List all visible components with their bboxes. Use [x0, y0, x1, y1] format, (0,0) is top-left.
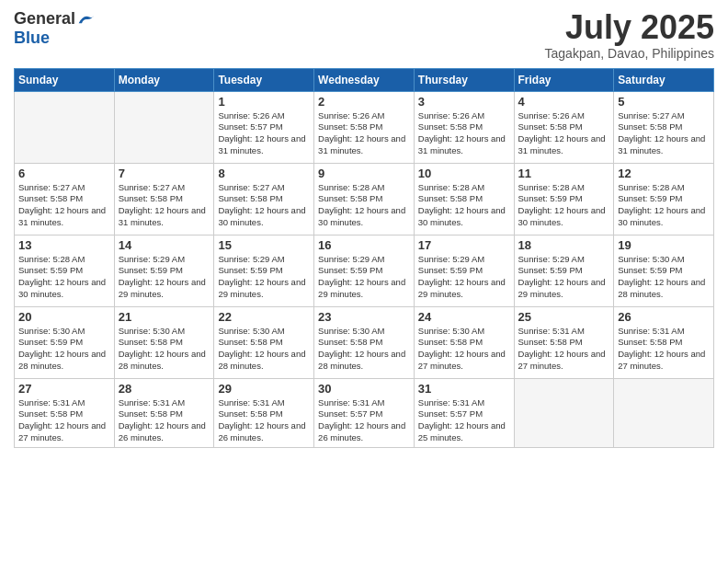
day-number: 4: [518, 95, 610, 109]
day-number: 14: [119, 238, 210, 252]
day-number: 15: [218, 238, 310, 252]
calendar-week-row: 6Sunrise: 5:27 AM Sunset: 5:58 PM Daylig…: [15, 163, 714, 235]
table-row: 4Sunrise: 5:26 AM Sunset: 5:58 PM Daylig…: [514, 91, 614, 163]
table-row: 13Sunrise: 5:28 AM Sunset: 5:59 PM Dayli…: [15, 235, 115, 306]
day-number: 28: [119, 382, 210, 396]
table-row: 17Sunrise: 5:29 AM Sunset: 5:59 PM Dayli…: [414, 235, 514, 306]
day-info: Sunrise: 5:27 AM Sunset: 5:58 PM Dayligh…: [119, 182, 210, 229]
day-info: Sunrise: 5:31 AM Sunset: 5:58 PM Dayligh…: [18, 397, 110, 444]
table-row: 18Sunrise: 5:29 AM Sunset: 5:59 PM Dayli…: [514, 235, 614, 306]
day-info: Sunrise: 5:29 AM Sunset: 5:59 PM Dayligh…: [218, 254, 310, 301]
day-number: 6: [18, 167, 110, 180]
header-thursday: Thursday: [414, 68, 514, 91]
location: Tagakpan, Davao, Philippines: [545, 46, 714, 61]
day-number: 12: [618, 167, 710, 180]
table-row: 27Sunrise: 5:31 AM Sunset: 5:58 PM Dayli…: [15, 378, 115, 447]
day-number: 19: [618, 238, 710, 252]
day-number: 3: [418, 95, 510, 109]
day-info: Sunrise: 5:29 AM Sunset: 5:59 PM Dayligh…: [318, 254, 410, 301]
day-info: Sunrise: 5:28 AM Sunset: 5:59 PM Dayligh…: [18, 254, 110, 301]
day-number: 22: [218, 310, 310, 324]
table-row: 23Sunrise: 5:30 AM Sunset: 5:58 PM Dayli…: [314, 306, 415, 378]
month-title: July 2025: [545, 9, 714, 46]
logo: General Blue: [14, 9, 96, 48]
table-row: 2Sunrise: 5:26 AM Sunset: 5:58 PM Daylig…: [314, 91, 415, 163]
table-row: 22Sunrise: 5:30 AM Sunset: 5:58 PM Dayli…: [214, 306, 314, 378]
logo-general-text: General: [14, 9, 75, 29]
page: General Blue July 2025 Tagakpan, Davao, …: [0, 0, 728, 563]
day-number: 13: [18, 238, 110, 252]
table-row: 31Sunrise: 5:31 AM Sunset: 5:57 PM Dayli…: [414, 378, 514, 447]
table-row: 19Sunrise: 5:30 AM Sunset: 5:59 PM Dayli…: [614, 235, 714, 306]
header-friday: Friday: [514, 68, 614, 91]
calendar-week-row: 20Sunrise: 5:30 AM Sunset: 5:59 PM Dayli…: [15, 306, 714, 378]
table-row: 26Sunrise: 5:31 AM Sunset: 5:58 PM Dayli…: [614, 306, 714, 378]
day-info: Sunrise: 5:26 AM Sunset: 5:58 PM Dayligh…: [318, 110, 410, 157]
table-row: 24Sunrise: 5:30 AM Sunset: 5:58 PM Dayli…: [414, 306, 514, 378]
day-info: Sunrise: 5:28 AM Sunset: 5:58 PM Dayligh…: [318, 182, 410, 229]
calendar-week-row: 27Sunrise: 5:31 AM Sunset: 5:58 PM Dayli…: [15, 378, 714, 447]
weekday-header-row: Sunday Monday Tuesday Wednesday Thursday…: [15, 68, 714, 91]
table-row: [514, 378, 614, 447]
table-row: 11Sunrise: 5:28 AM Sunset: 5:59 PM Dayli…: [514, 163, 614, 235]
day-number: 27: [18, 382, 110, 396]
logo-blue-text: Blue: [14, 29, 50, 48]
table-row: 1Sunrise: 5:26 AM Sunset: 5:57 PM Daylig…: [214, 91, 314, 163]
day-number: 25: [518, 310, 610, 324]
day-number: 18: [518, 238, 610, 252]
day-info: Sunrise: 5:31 AM Sunset: 5:57 PM Dayligh…: [418, 397, 510, 444]
day-number: 24: [418, 310, 510, 324]
table-row: 30Sunrise: 5:31 AM Sunset: 5:57 PM Dayli…: [314, 378, 415, 447]
day-number: 23: [318, 310, 410, 324]
header-sunday: Sunday: [15, 68, 115, 91]
table-row: 29Sunrise: 5:31 AM Sunset: 5:58 PM Dayli…: [214, 378, 314, 447]
day-number: 26: [618, 310, 710, 324]
logo-bird-icon: [77, 10, 96, 29]
day-info: Sunrise: 5:31 AM Sunset: 5:58 PM Dayligh…: [218, 397, 310, 444]
header-tuesday: Tuesday: [214, 68, 314, 91]
day-number: 10: [418, 167, 510, 180]
table-row: 9Sunrise: 5:28 AM Sunset: 5:58 PM Daylig…: [314, 163, 415, 235]
day-number: 1: [218, 95, 310, 109]
day-info: Sunrise: 5:29 AM Sunset: 5:59 PM Dayligh…: [119, 254, 210, 301]
day-info: Sunrise: 5:30 AM Sunset: 5:59 PM Dayligh…: [618, 254, 710, 301]
day-info: Sunrise: 5:29 AM Sunset: 5:59 PM Dayligh…: [418, 254, 510, 301]
day-info: Sunrise: 5:26 AM Sunset: 5:57 PM Dayligh…: [218, 110, 310, 157]
day-info: Sunrise: 5:27 AM Sunset: 5:58 PM Dayligh…: [618, 110, 710, 157]
day-number: 11: [518, 167, 610, 180]
day-info: Sunrise: 5:27 AM Sunset: 5:58 PM Dayligh…: [18, 182, 110, 229]
table-row: [15, 91, 115, 163]
day-info: Sunrise: 5:30 AM Sunset: 5:58 PM Dayligh…: [318, 326, 410, 373]
day-info: Sunrise: 5:27 AM Sunset: 5:58 PM Dayligh…: [218, 182, 310, 229]
day-info: Sunrise: 5:26 AM Sunset: 5:58 PM Dayligh…: [518, 110, 610, 157]
day-info: Sunrise: 5:30 AM Sunset: 5:58 PM Dayligh…: [119, 326, 210, 373]
day-info: Sunrise: 5:31 AM Sunset: 5:57 PM Dayligh…: [318, 397, 410, 444]
title-area: July 2025 Tagakpan, Davao, Philippines: [545, 9, 714, 61]
table-row: 28Sunrise: 5:31 AM Sunset: 5:58 PM Dayli…: [114, 378, 214, 447]
day-info: Sunrise: 5:31 AM Sunset: 5:58 PM Dayligh…: [618, 326, 710, 373]
table-row: 5Sunrise: 5:27 AM Sunset: 5:58 PM Daylig…: [614, 91, 714, 163]
day-number: 2: [318, 95, 410, 109]
table-row: 12Sunrise: 5:28 AM Sunset: 5:59 PM Dayli…: [614, 163, 714, 235]
day-number: 7: [119, 167, 210, 180]
calendar-week-row: 13Sunrise: 5:28 AM Sunset: 5:59 PM Dayli…: [15, 235, 714, 306]
day-number: 29: [218, 382, 310, 396]
day-info: Sunrise: 5:28 AM Sunset: 5:58 PM Dayligh…: [418, 182, 510, 229]
table-row: 25Sunrise: 5:31 AM Sunset: 5:58 PM Dayli…: [514, 306, 614, 378]
day-number: 21: [119, 310, 210, 324]
day-info: Sunrise: 5:30 AM Sunset: 5:58 PM Dayligh…: [218, 326, 310, 373]
day-info: Sunrise: 5:31 AM Sunset: 5:58 PM Dayligh…: [119, 397, 210, 444]
table-row: 3Sunrise: 5:26 AM Sunset: 5:58 PM Daylig…: [414, 91, 514, 163]
day-number: 30: [318, 382, 410, 396]
table-row: [614, 378, 714, 447]
day-number: 8: [218, 167, 310, 180]
header-wednesday: Wednesday: [314, 68, 415, 91]
day-number: 16: [318, 238, 410, 252]
day-info: Sunrise: 5:29 AM Sunset: 5:59 PM Dayligh…: [518, 254, 610, 301]
header-monday: Monday: [114, 68, 214, 91]
day-info: Sunrise: 5:30 AM Sunset: 5:59 PM Dayligh…: [18, 326, 110, 373]
day-number: 31: [418, 382, 510, 396]
header-saturday: Saturday: [614, 68, 714, 91]
day-info: Sunrise: 5:30 AM Sunset: 5:58 PM Dayligh…: [418, 326, 510, 373]
table-row: [114, 91, 214, 163]
